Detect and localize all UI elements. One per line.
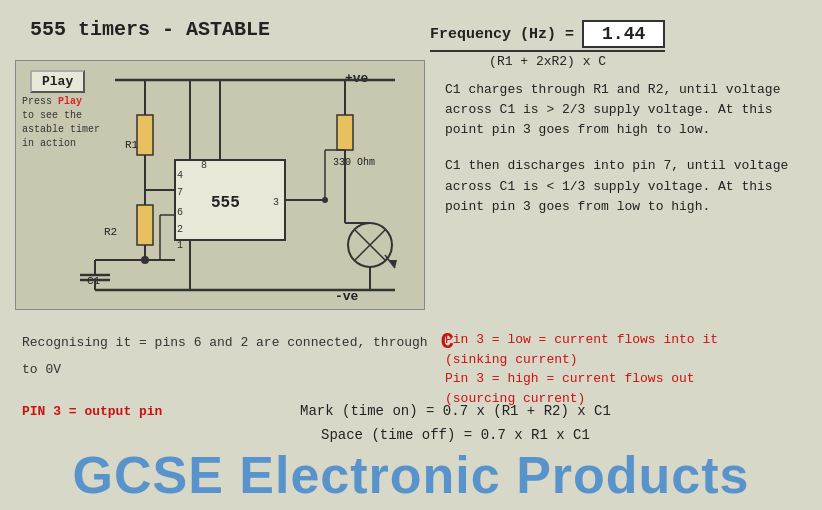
svg-rect-21 [137, 205, 153, 245]
formula-area: Mark (time on) = 0.7 x (R1 + R2) x C1 Sp… [300, 400, 611, 448]
svg-text:R2: R2 [104, 226, 117, 238]
press-play-text: Press Play to see theastable timerin act… [22, 95, 102, 151]
gcse-footer: GCSE Electronic Products [0, 445, 822, 505]
frequency-top: Frequency (Hz) = 1.44 [430, 20, 665, 48]
play-highlight: Play [58, 96, 82, 107]
play-button[interactable]: Play [30, 70, 85, 93]
svg-text:3: 3 [273, 197, 279, 208]
play-button-label: Play [42, 74, 73, 89]
frequency-value: 1.44 [582, 20, 665, 48]
red-note-line1: Pin 3 = low = current flows into it [445, 330, 718, 350]
red-note-line2: (sinking current) [445, 350, 718, 370]
svg-text:6: 6 [177, 207, 183, 218]
svg-rect-40 [337, 115, 353, 150]
formula-line1: Mark (time on) = 0.7 x (R1 + R2) x C1 [300, 400, 611, 424]
svg-text:+ve: +ve [345, 71, 369, 86]
svg-text:4: 4 [177, 170, 183, 181]
frequency-label: Frequency (Hz) = [430, 26, 574, 43]
frequency-container: Frequency (Hz) = 1.44 (R1 + 2xR2) x C [430, 20, 665, 69]
svg-text:330 Ohm: 330 Ohm [333, 157, 375, 168]
red-note-line3: Pin 3 = high = current flows out [445, 369, 718, 389]
red-notes: Pin 3 = low = current flows into it (sin… [445, 330, 718, 408]
svg-text:1: 1 [177, 240, 183, 251]
frequency-formula: (R1 + 2xR2) x C [430, 50, 665, 69]
description-para2: C1 then discharges into pin 7, until vol… [445, 156, 805, 216]
svg-rect-16 [137, 115, 153, 155]
to-0v-text: to 0V [22, 360, 454, 381]
svg-text:8: 8 [201, 160, 207, 171]
page-title: 555 timers - ASTABLE [30, 18, 270, 41]
svg-text:7: 7 [177, 187, 183, 198]
svg-text:2: 2 [177, 224, 183, 235]
recognising-line1: Recognising it = pins 6 and 2 are connec… [22, 335, 428, 350]
description-para1: C1 charges through R1 and R2, until volt… [445, 80, 805, 140]
svg-text:555: 555 [211, 194, 240, 212]
recognising-text: Recognising it = pins 6 and 2 are connec… [22, 325, 454, 360]
description-area: C1 charges through R1 and R2, until volt… [445, 80, 805, 233]
big-c: C [428, 330, 454, 355]
